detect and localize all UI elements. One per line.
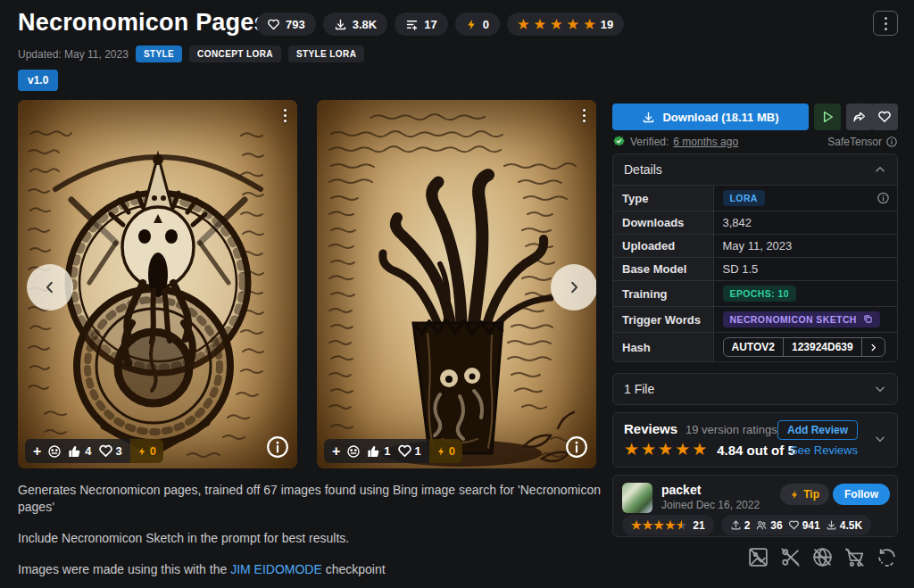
energy-stat[interactable]: 0 xyxy=(455,12,500,36)
files-panel-header[interactable]: 1 File xyxy=(613,374,897,404)
carousel-prev-button[interactable] xyxy=(27,264,73,311)
creator-avatar[interactable] xyxy=(622,483,652,513)
see-reviews-link[interactable]: See Reviews xyxy=(790,443,858,457)
run-model-button[interactable] xyxy=(814,104,841,130)
play-icon xyxy=(820,110,835,124)
type-info-button[interactable] xyxy=(877,192,890,205)
heart-icon xyxy=(267,18,280,31)
bolt-icon xyxy=(466,18,478,31)
tag-style[interactable]: STYLE xyxy=(136,46,182,62)
tag-concept-lora[interactable]: CONCEPT LORA xyxy=(189,46,281,62)
checkpoint-link[interactable]: JIM EIDOMODE xyxy=(230,562,322,576)
hash-algo[interactable]: AUTOV2 xyxy=(724,338,783,356)
thumbs-up-reaction[interactable]: 1 xyxy=(367,444,390,459)
info-icon xyxy=(565,435,588,459)
bolt-icon xyxy=(790,489,800,501)
reaction-bar: + 4 3 0 xyxy=(25,439,163,463)
copy-icon[interactable] xyxy=(863,314,873,324)
heart-icon xyxy=(98,443,113,459)
share-icon xyxy=(852,110,867,124)
detail-value: NECRONOMICON SKETCH xyxy=(713,307,897,333)
creator-likes: 941 xyxy=(788,519,820,532)
favorite-button[interactable] xyxy=(871,104,898,130)
star-icon: ★ xyxy=(584,18,595,30)
detail-label: Hash xyxy=(613,333,713,362)
star-icon: ★ xyxy=(551,18,562,30)
verified-time-link[interactable]: 6 months ago xyxy=(673,136,738,148)
download-label: Download (18.11 MB) xyxy=(662,111,778,124)
model-page: Necronomicon Pages 793 3.8K 17 0 ★★★★★ 1… xyxy=(0,0,914,588)
follow-button[interactable]: Follow xyxy=(833,484,890,505)
bolt-reaction[interactable]: 0 xyxy=(429,439,462,463)
posts-stat[interactable]: 17 xyxy=(395,12,447,36)
reaction-bar: + 1 1 0 xyxy=(324,439,462,463)
thumbs-up-reaction[interactable]: 4 xyxy=(68,444,91,459)
updated-label: Updated: May 11, 2023 xyxy=(18,48,129,61)
image-menu-icon[interactable] xyxy=(282,107,288,124)
details-panel: Details Type LORA Downloads 3,842 Upload… xyxy=(612,153,898,362)
hash-value[interactable]: 123924D639 xyxy=(783,338,861,356)
type-badge[interactable]: LORA xyxy=(723,190,765,206)
star-icon: ★ xyxy=(658,440,675,459)
star-icon: ★ xyxy=(518,18,529,30)
bolts-count: 0 xyxy=(449,444,455,458)
creator-likes-count: 941 xyxy=(802,519,820,532)
bolt-reaction[interactable]: 0 xyxy=(130,439,163,463)
globe-slash-icon xyxy=(811,546,834,568)
star-icon: ★ xyxy=(653,518,665,532)
hash-pill: AUTOV2 123924D639 xyxy=(723,337,885,357)
preview-image-2[interactable]: + 1 1 0 xyxy=(317,100,596,468)
reviews-collapse-button[interactable] xyxy=(874,433,886,449)
thumbs-count: 1 xyxy=(384,444,390,458)
details-panel-header[interactable]: Details xyxy=(613,154,897,185)
star-icon: ★ xyxy=(643,518,654,532)
description-paragraph: Include Necronomicon Sketch in the promp… xyxy=(18,530,607,547)
chevron-right-icon xyxy=(566,279,582,295)
heart-reaction[interactable]: 1 xyxy=(397,443,421,459)
rating-stat[interactable]: ★★★★★ 19 xyxy=(507,12,624,36)
files-panel: 1 File xyxy=(612,373,898,405)
trigger-word-text: NECRONOMICON SKETCH xyxy=(730,314,857,325)
share-button[interactable] xyxy=(846,104,873,130)
star-icon: ★ xyxy=(641,440,658,459)
add-review-button[interactable]: Add Review xyxy=(777,420,858,440)
page-menu-button[interactable] xyxy=(873,11,898,36)
info-icon xyxy=(877,192,890,205)
chevron-down-icon xyxy=(874,383,886,395)
add-reaction-button[interactable]: + xyxy=(33,444,41,459)
creator-rating-count: 21 xyxy=(693,519,704,532)
trigger-word-badge[interactable]: NECRONOMICON SKETCH xyxy=(723,311,881,327)
smiley-icon[interactable] xyxy=(346,444,361,459)
image-info-button[interactable] xyxy=(266,435,289,462)
reviews-score: 4.84 out of 5 xyxy=(717,443,795,458)
likes-stat[interactable]: 793 xyxy=(256,12,316,36)
description-paragraph: Images were made using this with the JIM… xyxy=(18,561,607,578)
downloads-stat[interactable]: 3.8K xyxy=(323,12,387,36)
creator-counts-pill[interactable]: 2 36 941 4.5K xyxy=(721,515,871,535)
carousel-next-button[interactable] xyxy=(551,264,596,311)
tip-button[interactable]: Tip xyxy=(780,484,829,505)
star-icon: ★ xyxy=(665,518,677,532)
thumbs-up-icon xyxy=(68,444,82,459)
description-paragraph: Generates Necronomicon pages, trained of… xyxy=(18,482,607,516)
table-row: Downloads 3,842 xyxy=(613,211,897,235)
detail-value: AUTOV2 123924D639 xyxy=(713,333,897,362)
creator-name[interactable]: packet xyxy=(661,483,701,497)
safetensor-label: SafeTensor xyxy=(827,136,882,148)
info-icon[interactable] xyxy=(885,136,898,148)
creator-downloads: 4.5K xyxy=(826,519,862,532)
version-tab[interactable]: v1.0 xyxy=(18,70,58,91)
download-button[interactable]: Download (18.11 MB) xyxy=(612,104,809,130)
creator-followers: 36 xyxy=(755,519,782,532)
image-info-button[interactable] xyxy=(565,435,588,462)
image-menu-icon[interactable] xyxy=(581,107,587,124)
add-reaction-button[interactable]: + xyxy=(332,444,340,459)
preview-image-1[interactable]: + 4 3 0 xyxy=(18,100,297,468)
smiley-icon[interactable] xyxy=(47,444,62,459)
creator-rating-pill[interactable]: ★★★★★ 21 xyxy=(622,515,714,535)
info-icon xyxy=(266,435,289,459)
reviews-subtitle: 19 version ratings xyxy=(686,423,777,436)
tag-style-lora[interactable]: STYLE LORA xyxy=(288,46,364,62)
heart-reaction[interactable]: 3 xyxy=(98,443,122,459)
hash-expand-button[interactable] xyxy=(861,338,885,356)
